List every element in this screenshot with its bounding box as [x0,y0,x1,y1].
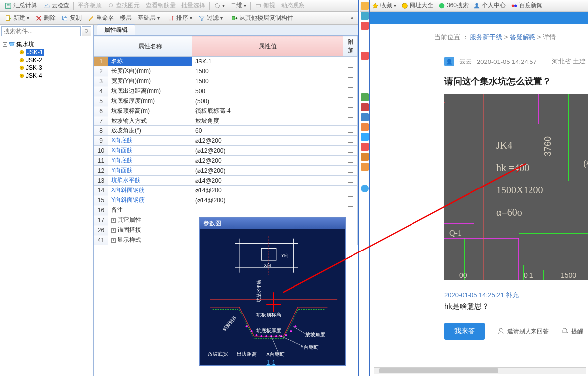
bt-news[interactable]: 百度新闻 [511,1,543,10]
prop-row[interactable]: 6坑板顶标高(m)筏板底标高-4 [94,106,358,116]
prop-checkbox[interactable] [348,196,353,202]
prop-checkbox[interactable] [348,147,353,153]
tb-del[interactable]: 删除 [32,14,59,22]
tb-rename[interactable]: 重命名 [85,14,117,22]
prop-checkbox[interactable] [348,167,353,173]
prop-row[interactable]: 8放坡角度(°)60 [94,126,358,136]
crumb-b[interactable]: 答疑解惑 [510,33,535,41]
tb-find[interactable]: 查找图元 [105,1,143,10]
expand-icon[interactable]: + [111,238,116,243]
author[interactable]: 云云 [459,57,472,66]
prop-checkbox[interactable] [348,97,353,103]
answer-button[interactable]: 我来答 [444,323,485,340]
prop-value[interactable]: (500) [192,96,343,106]
prop-row[interactable]: 14X向斜面钢筋⌀14@200 [94,186,358,195]
side-icon[interactable] [361,103,369,111]
expand-icon[interactable]: + [111,228,116,233]
bt-personal[interactable]: 个人中心 [473,1,506,10]
prop-value[interactable] [192,205,343,215]
prop-checkbox[interactable] [348,206,353,212]
tb-sort[interactable]: 排序▾ [165,14,195,22]
prop-value[interactable]: ⌀12@200 [192,136,343,146]
tree-item[interactable]: JSK-2 [2,56,91,64]
prop-row[interactable]: 16备注 [94,205,358,215]
prop-value[interactable]: 筏板底标高-4 [192,106,343,116]
expand-icon[interactable]: + [111,218,116,223]
question-image[interactable]: JK4 hk =400 1500X1200 α=60o Q-1 24C28,17… [444,94,588,280]
tree-root[interactable]: − 集水坑 [2,40,91,48]
prop-value[interactable]: 500 [192,86,343,96]
prop-value[interactable]: ⌀12@200 [192,156,343,166]
collapse-icon[interactable]: − [3,42,7,47]
prop-checkbox[interactable] [348,117,353,123]
side-icon[interactable] [361,12,369,20]
side-icon[interactable] [361,133,369,141]
prop-row[interactable]: 1名称JSK-1 [94,57,358,66]
side-icon[interactable] [361,22,369,30]
prop-checkbox[interactable] [348,177,353,183]
search-button[interactable] [82,26,91,36]
prop-row[interactable]: 11Y向底筋⌀12@200 [94,156,358,166]
tb-dyn[interactable]: 动态观察 [278,1,308,10]
prop-row[interactable]: 2长度(X向)(mm)1500 [94,66,358,76]
prop-row[interactable]: 5坑底板厚度(mm)(500) [94,96,358,106]
tb-new[interactable]: 新建▾ [2,14,32,22]
prop-checkbox[interactable] [348,157,353,163]
side-icon[interactable] [361,185,369,192]
crumb-a[interactable]: 服务新干线 [470,33,502,41]
prop-checkbox[interactable] [348,127,353,133]
invite-link[interactable]: 邀请别人来回答 [497,327,549,336]
bt-urls[interactable]: 网址大全 [401,1,433,10]
side-icon[interactable] [361,163,369,171]
scroll-thumb[interactable] [379,368,498,373]
tb-flat[interactable]: 平齐板顶 [75,1,105,10]
prop-checkbox[interactable] [348,77,353,83]
tb-filter[interactable]: 过滤▾ [195,14,226,22]
side-icon[interactable] [361,93,369,101]
prop-checkbox[interactable] [348,107,353,113]
prop-row[interactable]: 9X向底筋⌀12@200 [94,136,358,146]
prop-row[interactable]: 10X向面筋(⌀12@200) [94,146,358,156]
prop-value[interactable]: 60 [192,126,343,136]
bt-fav[interactable]: 收藏▾ [372,1,396,10]
component-tree[interactable]: − 集水坑 JSK-1JSK-2JSK-3JSK-4 [0,38,93,376]
remind-link[interactable]: 提醒 [561,327,583,336]
prop-row[interactable]: 7放坡输入方式放坡角度 [94,116,358,126]
tb-2d[interactable]: 二维▾ [228,1,249,10]
prop-value[interactable]: ⌀14@200 [192,176,343,186]
prop-checkbox[interactable] [348,58,353,63]
prop-row[interactable]: 13坑壁水平筋⌀14@200 [94,176,358,186]
tb-copyfrom[interactable]: 从其他楼层复制构件 [228,14,296,22]
prop-value[interactable]: 放坡角度 [192,116,343,126]
tb-blank[interactable]: ▾ [211,2,228,9]
param-diagram-window[interactable]: 参数图 Y向 X向 [199,217,346,366]
side-icon[interactable] [361,153,369,161]
side-icon[interactable] [361,113,369,121]
prop-value[interactable]: JSK-1 [192,57,343,66]
tree-item[interactable]: JSK-1 [2,48,91,56]
tab-prop-edit[interactable]: 属性编辑 [97,24,135,35]
search-input[interactable] [1,26,81,36]
side-icon[interactable] [361,52,369,60]
prop-row[interactable]: 12Y向面筋(⌀12@200) [94,166,358,176]
tb-rebar[interactable]: 查看钢筋量 [143,1,178,10]
prop-row[interactable]: 15Y向斜面钢筋(⌀14@200) [94,195,358,205]
side-icon[interactable] [361,123,369,131]
tb-floor[interactable]: 楼层 [117,14,135,22]
tb-base[interactable]: 基础层▾ [135,14,163,22]
prop-value[interactable]: (⌀12@200) [192,146,343,156]
tb-topview[interactable]: 俯视 [252,1,278,10]
h-scrollbar[interactable] [374,367,586,374]
tb-cloud[interactable]: 云检查 [40,1,72,10]
prop-row[interactable]: 3宽度(Y向)(mm)1500 [94,76,358,86]
prop-checkbox[interactable] [348,187,353,192]
prop-checkbox[interactable] [348,67,353,73]
tree-item[interactable]: JSK-3 [2,64,91,72]
tb-chevrons[interactable]: » [347,15,356,21]
prop-row[interactable]: 4坑底出边距离(mm)500 [94,86,358,96]
tb-copy[interactable]: 复制 [59,14,85,22]
prop-value[interactable]: (⌀14@200) [192,195,343,205]
tree-item[interactable]: JSK-4 [2,72,91,80]
side-icon[interactable] [361,143,369,151]
prop-value[interactable]: ⌀14@200 [192,186,343,195]
